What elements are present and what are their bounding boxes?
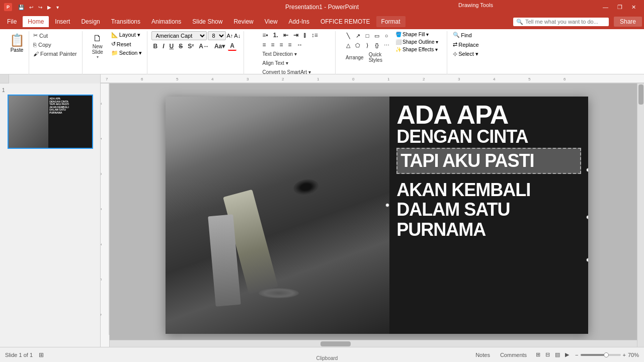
close-btn[interactable]: ✕ [627, 3, 640, 12]
font-color-btn[interactable]: A [228, 42, 236, 51]
align-center-btn[interactable]: ≡ [269, 41, 277, 49]
scrollbar-vertical[interactable] [637, 83, 644, 347]
cut-button[interactable]: ✂ Cut [31, 31, 79, 40]
restore-btn[interactable]: ❐ [613, 3, 626, 12]
shape-more[interactable]: ⋯ [382, 41, 391, 50]
shape-triangle[interactable]: △ [344, 41, 353, 50]
section-button[interactable]: 📁 Section ▾ [110, 49, 144, 57]
slide-text-highlighted[interactable]: TAPI AKU PASTI [396, 148, 581, 174]
shape-oval[interactable]: ○ [382, 31, 391, 40]
line-spacing-btn[interactable]: ↕≡ [309, 31, 320, 39]
window-title: Presentation1 - PowerPoint [285, 4, 359, 11]
shape-chevron[interactable]: ⟩ [363, 41, 372, 50]
menu-officeremote[interactable]: OFFICE REMOTE [315, 16, 375, 27]
bold-button[interactable]: B [151, 42, 160, 50]
menu-slideshow[interactable]: Slide Show [187, 16, 227, 27]
bullets-btn[interactable]: ≡• [261, 31, 270, 39]
menu-view[interactable]: View [260, 16, 283, 27]
slide-canvas[interactable]: ADA APA DENGAN CINTA TAPI AKU PASTI AKAN… [166, 97, 588, 334]
align-left-btn[interactable]: ≡ [261, 41, 268, 49]
redo-btn[interactable]: ↪ [36, 4, 44, 11]
undo-btn[interactable]: ↩ [27, 4, 35, 11]
handle-right-mid[interactable] [586, 215, 588, 219]
cut-icon: ✂ [33, 32, 38, 39]
font-family-selector[interactable]: American Capt [151, 31, 207, 40]
slide-text-line1[interactable]: ADA APA [396, 102, 581, 128]
menu-format[interactable]: Format [376, 16, 406, 27]
slide-text-line4[interactable]: AKAN KEMBALI [396, 179, 530, 200]
slide-thumbnail-1[interactable]: ADA APADENGAN CINTATAPI AKU PASTIAKAN KE… [8, 95, 93, 149]
shape-arrow[interactable]: ↗ [353, 31, 362, 40]
shape-outline-btn[interactable]: ⬜ Shape Outline ▾ [394, 39, 440, 45]
svg-text:0: 0 [101, 172, 103, 175]
shape-brace[interactable]: {} [372, 41, 381, 50]
rtl-btn[interactable]: ↔ [295, 41, 305, 49]
scrollbar-horizontal[interactable] [110, 340, 637, 347]
decrease-indent-btn[interactable]: ⇤ [281, 31, 290, 39]
slide-text-line5[interactable]: DALAM SATU [396, 199, 510, 220]
new-slide-button[interactable]: 🗋 NewSlide ▾ [87, 31, 109, 61]
zoom-track[interactable] [581, 354, 621, 356]
select-btn[interactable]: ⊹ Select ▾ [451, 50, 480, 58]
ruler-origin [0, 74, 9, 83]
slide-text-container[interactable]: ADA APA DENGAN CINTA TAPI AKU PASTI AKAN… [389, 97, 588, 334]
menu-animations[interactable]: Animations [146, 16, 186, 27]
format-painter-button[interactable]: 🖌 Format Painter [31, 50, 79, 58]
align-text-btn[interactable]: Align Text ▾ [261, 59, 290, 67]
drawing-tools-label: Drawing Tools [458, 2, 493, 8]
search-input[interactable] [525, 19, 606, 25]
justify-btn[interactable]: ≡ [286, 41, 294, 49]
font-case-btn[interactable]: Aa▾ [212, 42, 227, 50]
save-quick-btn[interactable]: 💾 [16, 4, 26, 11]
columns-btn[interactable]: ⫿ [301, 31, 308, 39]
minimize-btn[interactable]: — [599, 3, 612, 11]
slide-text-line2[interactable]: DENGAN CINTA [396, 128, 581, 146]
italic-button[interactable]: I [160, 42, 166, 50]
svg-text:1: 1 [101, 137, 103, 140]
copy-button[interactable]: ⎘ Copy [31, 41, 79, 49]
shape-line[interactable]: ╲ [344, 31, 353, 40]
find-btn[interactable]: 🔍 Find [451, 31, 480, 39]
char-spacing-btn[interactable]: A↔ [197, 42, 211, 50]
svg-text:7: 7 [106, 77, 108, 81]
shape-fill-btn[interactable]: 🪣 Shape Fill ▾ [394, 31, 440, 38]
menu-transitions[interactable]: Transitions [106, 16, 145, 27]
underline-button[interactable]: U [168, 42, 176, 50]
align-right-btn[interactable]: ≡ [278, 41, 285, 49]
menu-design[interactable]: Design [76, 16, 105, 27]
handle-right-bottom[interactable] [586, 258, 588, 262]
quick-styles-btn[interactable]: QuickStyles [367, 51, 384, 64]
handle-right-top[interactable] [586, 168, 588, 172]
menu-file[interactable]: File [2, 16, 22, 27]
zoom-thumb[interactable] [604, 352, 609, 357]
layout-button[interactable]: 📐 Layout ▾ [110, 31, 144, 39]
shape-rounded-rect[interactable]: ▭ [372, 31, 381, 40]
shape-effects-btn[interactable]: ✨ Shape Effects ▾ [394, 46, 440, 53]
menu-home[interactable]: Home [23, 16, 49, 27]
canvas-area[interactable]: ADA APA DENGAN CINTA TAPI AKU PASTI AKAN… [110, 83, 644, 347]
present-btn[interactable]: ▶ [45, 4, 53, 11]
shadow-button[interactable]: S² [186, 42, 196, 50]
title-bar: P 💾 ↩ ↪ ▶ ▾ Presentation1 - PowerPoint D… [0, 0, 644, 14]
svg-text:4: 4 [101, 313, 103, 316]
reset-button[interactable]: ↺ Reset [110, 40, 144, 48]
dropdown-btn[interactable]: ▾ [54, 4, 61, 11]
scrollbar-thumb-v[interactable] [638, 84, 643, 105]
increase-font-btn[interactable]: A↑ [227, 33, 233, 39]
shape-rect[interactable]: □ [363, 31, 372, 40]
scrollbar-thumb-h[interactable] [320, 341, 351, 346]
share-button[interactable]: Share [614, 17, 642, 27]
font-size-selector[interactable]: 80 [208, 31, 226, 40]
arrange-btn[interactable]: Arrange [344, 51, 366, 64]
increase-indent-btn[interactable]: ⇥ [291, 31, 300, 39]
shape-pentagon[interactable]: ⬠ [353, 41, 362, 50]
decrease-font-btn[interactable]: A↓ [234, 33, 240, 39]
menu-insert[interactable]: Insert [50, 16, 75, 27]
text-direction-btn[interactable]: Text Direction ▾ [261, 50, 299, 58]
menu-review[interactable]: Review [228, 16, 258, 27]
replace-btn[interactable]: ⇄ Replace [451, 41, 480, 48]
numbering-btn[interactable]: 1. [271, 31, 280, 39]
slide-text-line6[interactable]: PURNAMA [396, 219, 486, 240]
menu-addins[interactable]: Add-Ins [284, 16, 314, 27]
strikethrough-button[interactable]: S [177, 42, 185, 50]
